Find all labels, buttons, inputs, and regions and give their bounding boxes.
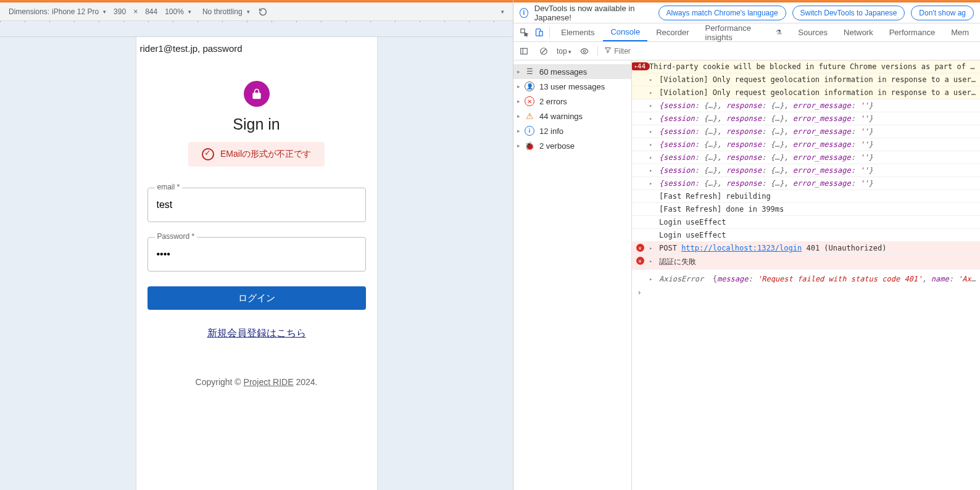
register-link[interactable]: 新規会員登録はこちら bbox=[207, 328, 306, 338]
console-prompt[interactable]: › bbox=[632, 285, 980, 299]
disclosure-icon[interactable]: ▸ bbox=[649, 140, 655, 147]
disclosure-icon[interactable]: ▸ bbox=[649, 179, 655, 186]
device-name: iPhone 12 Pro bbox=[52, 7, 99, 16]
warning-icon: ⚠ bbox=[525, 111, 534, 121]
signin-title: Sign in bbox=[233, 115, 280, 133]
always-match-language-button[interactable]: Always match Chrome's language bbox=[658, 6, 786, 20]
sidebar-errors[interactable]: ✕2 errors bbox=[513, 94, 631, 109]
sidebar-warnings[interactable]: ⚠44 warnings bbox=[513, 109, 631, 123]
console-row[interactable]: ▸{session: {…}, response: {…}, error_mes… bbox=[632, 125, 980, 138]
request-url-link[interactable]: http://localhost:1323/login bbox=[681, 244, 802, 252]
dont-show-again-button[interactable]: Don't show ag bbox=[911, 6, 974, 20]
console-row[interactable]: ▸{session: {…}, response: {…}, error_mes… bbox=[632, 177, 980, 190]
console-row[interactable]: 44Third-party cookie will be blocked in … bbox=[632, 60, 980, 73]
sidebar-info[interactable]: i12 info bbox=[513, 123, 631, 138]
console-row[interactable]: ▸AxiosError {message: 'Request failed wi… bbox=[632, 270, 980, 285]
email-label: email * bbox=[155, 183, 183, 191]
disclosure-icon[interactable]: ▸ bbox=[649, 114, 655, 122]
tab-performance-insights[interactable]: Performance insights⚗ bbox=[698, 23, 790, 41]
login-button[interactable]: ログイン bbox=[147, 286, 366, 310]
credentials-hint: rider1@test.jp, password bbox=[136, 37, 377, 56]
password-field-wrap: Password * bbox=[147, 237, 366, 272]
devtools-pane: i DevTools is now available in Japanese!… bbox=[513, 0, 980, 490]
email-input[interactable] bbox=[147, 188, 366, 222]
disclosure-icon[interactable]: ▸ bbox=[649, 127, 655, 135]
console-row[interactable]: ▸{session: {…}, response: {…}, error_mes… bbox=[632, 164, 980, 177]
msg-obj: {session: {…}, response: {…}, error_mess… bbox=[659, 179, 976, 188]
disclosure-icon[interactable]: ▸ bbox=[649, 153, 655, 160]
disclosure-icon[interactable]: ▸ bbox=[649, 166, 655, 173]
filter-input[interactable] bbox=[614, 47, 663, 56]
sidebar-user-messages[interactable]: 👤13 user messages bbox=[513, 79, 631, 94]
console-row[interactable]: ▸{session: {…}, response: {…}, error_mes… bbox=[632, 151, 980, 164]
console-messages[interactable]: 44Third-party cookie will be blocked in … bbox=[632, 60, 980, 490]
svg-rect-2 bbox=[539, 31, 542, 36]
disclosure-icon[interactable]: ▸ bbox=[649, 88, 655, 96]
tab-console[interactable]: Console bbox=[603, 23, 647, 41]
disclosure-icon[interactable]: ▸ bbox=[649, 257, 655, 264]
sidebar-messages[interactable]: ☰60 messages bbox=[513, 64, 631, 79]
more-options-select[interactable] bbox=[496, 9, 508, 15]
tab-memory[interactable]: Mem bbox=[944, 23, 976, 41]
list-icon: ☰ bbox=[525, 67, 534, 77]
copyright: Copyright © Project RIDE 2024. bbox=[147, 377, 366, 387]
console-row[interactable]: ▸[Violation] Only request geolocation in… bbox=[632, 86, 980, 99]
tab-network[interactable]: Network bbox=[836, 23, 881, 41]
device-mode-icon[interactable] bbox=[532, 25, 546, 40]
zoom-select[interactable]: 100% bbox=[161, 7, 195, 16]
clear-console-icon[interactable] bbox=[537, 44, 550, 58]
copyright-post: 2024. bbox=[294, 377, 318, 387]
msg-obj: {session: {…}, response: {…}, error_mess… bbox=[659, 101, 976, 110]
console-row[interactable]: Login useEffect bbox=[632, 229, 980, 242]
device-height[interactable]: 844 bbox=[145, 7, 157, 16]
lock-icon bbox=[244, 81, 270, 107]
tab-sources[interactable]: Sources bbox=[791, 23, 835, 41]
console-row[interactable]: Login useEffect bbox=[632, 216, 980, 229]
svg-rect-0 bbox=[520, 29, 524, 33]
dimension-separator: × bbox=[130, 7, 141, 16]
warning-count-badge: 44 bbox=[632, 62, 650, 70]
disclosure-icon[interactable]: ▸ bbox=[649, 75, 655, 83]
tab-recorder[interactable]: Recorder bbox=[649, 23, 696, 41]
tab-performance[interactable]: Performance bbox=[882, 23, 942, 41]
switch-language-button[interactable]: Switch DevTools to Japanese bbox=[792, 6, 905, 20]
msg-authfail: 認証に失敗 bbox=[659, 257, 976, 267]
console-row[interactable]: [Fast Refresh] rebuilding bbox=[632, 190, 980, 203]
console-row[interactable]: ▸[Violation] Only request geolocation in… bbox=[632, 73, 980, 86]
login-form: email * Password * ログイン 新規会員登録はこちら Copyr… bbox=[136, 173, 377, 393]
sidebar-verbose[interactable]: 🐞2 verbose bbox=[513, 138, 631, 153]
devtools-tabs: Elements Console Recorder Performance in… bbox=[513, 23, 980, 42]
console-sidebar: ☰60 messages 👤13 user messages ✕2 errors… bbox=[513, 60, 632, 490]
error-dot-icon: ✕ bbox=[636, 257, 644, 265]
ruler bbox=[0, 21, 513, 37]
msg-obj: {session: {…}, response: {…}, error_mess… bbox=[659, 114, 976, 123]
device-width[interactable]: 390 bbox=[114, 7, 126, 16]
console-row[interactable]: [Fast Refresh] done in 399ms bbox=[632, 203, 980, 216]
disclosure-icon[interactable]: ▸ bbox=[649, 275, 655, 282]
console-row[interactable]: ▸{session: {…}, response: {…}, error_mes… bbox=[632, 112, 980, 125]
svg-point-7 bbox=[583, 50, 586, 52]
preview-area: rider1@test.jp, password Sign in EMailの形… bbox=[0, 37, 513, 490]
console-row[interactable]: ▸{session: {…}, response: {…}, error_mes… bbox=[632, 138, 980, 151]
toggle-sidebar-icon[interactable] bbox=[517, 44, 531, 58]
context-select[interactable]: top bbox=[557, 47, 571, 56]
console-row[interactable]: ▸{session: {…}, response: {…}, error_mes… bbox=[632, 99, 980, 112]
msg-fastrefresh1: [Fast Refresh] rebuilding bbox=[659, 192, 976, 201]
throttle-select[interactable]: No throttling bbox=[199, 7, 254, 16]
beaker-icon: ⚗ bbox=[776, 28, 782, 36]
rotate-icon[interactable] bbox=[257, 6, 268, 17]
msg-login2: Login useEffect bbox=[659, 231, 976, 239]
console-row-error[interactable]: ✕▸POST http://localhost:1323/login 401 (… bbox=[632, 242, 980, 255]
inspect-element-icon[interactable] bbox=[517, 25, 531, 40]
disclosure-icon[interactable]: ▸ bbox=[649, 244, 655, 251]
disclosure-icon[interactable]: ▸ bbox=[649, 101, 655, 109]
msg-obj: {session: {…}, response: {…}, error_mess… bbox=[659, 127, 976, 136]
msg-cookie: Third-party cookie will be blocked in fu… bbox=[649, 62, 976, 71]
password-input[interactable] bbox=[147, 237, 366, 272]
live-expression-icon[interactable] bbox=[578, 44, 591, 58]
copyright-link[interactable]: Project RIDE bbox=[244, 377, 294, 387]
tab-elements[interactable]: Elements bbox=[554, 23, 602, 41]
device-dimensions-select[interactable]: Dimensions: iPhone 12 Pro bbox=[5, 7, 110, 16]
register-link-wrap: 新規会員登録はこちら bbox=[147, 327, 366, 340]
console-row-error[interactable]: ✕▸認証に失敗 bbox=[632, 255, 980, 270]
